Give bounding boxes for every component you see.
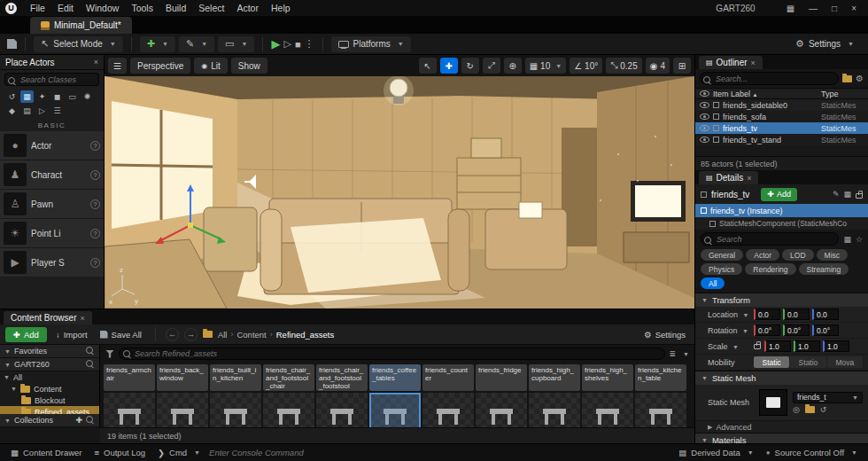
back-icon[interactable]: ← xyxy=(166,328,179,341)
transform-section-header[interactable]: ▼ Transform xyxy=(695,293,868,307)
type-column[interactable]: Type xyxy=(821,90,864,98)
dresser[interactable] xyxy=(457,158,521,209)
breadcrumb-item[interactable]: All xyxy=(218,330,228,340)
armchair-left[interactable] xyxy=(204,207,257,271)
place-actors-header[interactable]: Place Actors × xyxy=(0,55,104,70)
output-log-button[interactable]: ≡ Output Log xyxy=(91,448,150,457)
show-dropdown[interactable]: Show xyxy=(231,58,267,74)
category-icon[interactable]: ◆ xyxy=(5,105,19,117)
grid-snap-control[interactable]: ▦ 10 ▼ xyxy=(525,58,567,74)
tv-stand[interactable] xyxy=(624,232,689,262)
details-search-input[interactable] xyxy=(701,232,839,246)
asset-thumbnail[interactable] xyxy=(529,393,580,427)
filter-chip[interactable]: Actor xyxy=(746,249,779,261)
place-actor-item[interactable]: ☀ Point Li ? xyxy=(0,219,104,248)
asset-tile-label[interactable]: friends_kitchen_table xyxy=(635,364,686,391)
category-icon[interactable]: ✺ xyxy=(81,90,94,103)
add-collection-icon[interactable]: ✚ xyxy=(75,416,82,425)
camera-speed-control[interactable]: ◉ 4 xyxy=(646,58,670,74)
unreal-logo-icon[interactable]: U xyxy=(5,3,17,14)
blueprints-dropdown[interactable]: ✎ ▼ xyxy=(179,36,214,52)
menu-item[interactable]: File xyxy=(24,3,51,13)
cb-settings-dropdown[interactable]: ⚙ Settings xyxy=(640,330,689,340)
platforms-dropdown[interactable]: Platforms ▼ xyxy=(331,36,411,52)
location-label[interactable]: Location ▼ xyxy=(708,310,754,319)
axis-value-field[interactable]: 1.0 xyxy=(794,340,820,352)
viewport[interactable]: ☰ Perspective ◉Lit Show ↖ ✚ ↻ ⤢ ⊕ ▦ 10 ▼… xyxy=(105,55,694,309)
tree-item-content[interactable]: ▼ Content xyxy=(0,383,99,395)
asset-tile-label[interactable]: friends_high_shelves xyxy=(582,364,633,391)
favorites-header[interactable]: ▼ Favorites xyxy=(0,345,99,358)
asset-thumbnail[interactable] xyxy=(635,393,686,427)
asset-tile-label[interactable]: friends_built_in_kitchen xyxy=(210,364,261,391)
filter-chip[interactable]: All xyxy=(701,277,725,289)
category-icon[interactable]: ▤ xyxy=(20,105,34,117)
outliner-row[interactable]: friends_tv StaticMes xyxy=(695,122,868,134)
content-browser-tab[interactable]: Content Browser × xyxy=(4,311,92,324)
category-icon[interactable]: ✦ xyxy=(35,90,49,103)
rotation-snap-control[interactable]: ∠ 10° xyxy=(570,58,602,74)
content-drawer-button[interactable]: ▦ Content Drawer xyxy=(7,448,86,457)
asset-tile-label[interactable]: friends_counter xyxy=(422,364,474,391)
category-icon[interactable]: ▦ xyxy=(20,90,34,103)
lock-icon[interactable] xyxy=(856,193,863,199)
outliner-tab[interactable]: ▤ Outliner × xyxy=(699,56,763,69)
asset-tile-label[interactable]: friends_chair_and_footstool_footstool xyxy=(316,364,368,391)
visibility-eye-icon[interactable] xyxy=(700,125,709,131)
rotation-label[interactable]: Rotation ▼ xyxy=(708,326,754,335)
menu-item[interactable]: Window xyxy=(80,3,125,13)
asset-tile-label[interactable]: friends_armchair xyxy=(104,364,155,391)
info-icon[interactable]: ? xyxy=(90,170,100,180)
menu-item[interactable]: Help xyxy=(265,3,297,13)
mesh-thumbnail[interactable] xyxy=(759,389,787,416)
box-on-dresser[interactable] xyxy=(471,138,501,158)
asset-tile-label[interactable]: friends_fridge xyxy=(476,364,527,391)
cinematics-dropdown[interactable]: ▭ ▼ xyxy=(218,36,254,52)
category-icon[interactable]: ▭ xyxy=(66,90,79,103)
filter-chip[interactable]: Streaming xyxy=(799,263,849,275)
minimize-icon[interactable]: — xyxy=(802,4,824,13)
maximize-viewport-icon[interactable]: ⊞ xyxy=(673,58,691,74)
scale-label[interactable]: Scale ▼ xyxy=(708,342,754,351)
place-actor-item[interactable]: ♟ Charact ? xyxy=(0,160,104,190)
axis-value-field[interactable]: 0.0 xyxy=(812,309,839,320)
asset-tile-label[interactable]: friends_coffee_tables xyxy=(369,364,421,391)
gizmo-center[interactable] xyxy=(188,223,193,228)
forward-icon[interactable]: → xyxy=(184,328,198,341)
search-icon[interactable] xyxy=(86,347,95,356)
menu-item[interactable]: Tools xyxy=(125,3,159,13)
save-all-button[interactable]: Save All xyxy=(97,330,145,340)
asset-thumbnail[interactable] xyxy=(157,393,208,427)
folder-icon[interactable] xyxy=(842,75,852,82)
skip-frame-icon[interactable]: ▷ xyxy=(283,38,291,50)
place-actor-item[interactable]: ♙ Pawn ? xyxy=(0,190,104,219)
filter-chip[interactable]: Rendering xyxy=(745,263,795,275)
outliner-row[interactable]: friends_tv_stand StaticMes xyxy=(695,134,868,145)
asset-thumbnail[interactable] xyxy=(369,393,421,427)
viewport-options-menu[interactable]: ☰ xyxy=(108,58,127,74)
source-control-button[interactable]: ● Source Control Off ▼ xyxy=(763,448,861,457)
details-tab[interactable]: ▤ Details × xyxy=(699,171,758,184)
filter-chip[interactable]: Misc xyxy=(817,249,848,261)
play-icon[interactable]: ▶ xyxy=(271,37,280,51)
mobility-option[interactable]: Statio xyxy=(790,356,825,368)
light-bulb-gizmo[interactable] xyxy=(390,79,407,97)
search-icon[interactable] xyxy=(86,416,95,425)
component-row[interactable]: StaticMeshComponent (StaticMeshCo xyxy=(695,217,868,230)
gear-icon[interactable]: ⚙ xyxy=(856,74,864,83)
category-icon[interactable]: ◼ xyxy=(50,90,64,103)
outliner-row[interactable]: friends_sofa StaticMes xyxy=(695,111,868,122)
menu-item[interactable]: Build xyxy=(159,3,192,13)
visibility-column-eye-icon[interactable] xyxy=(700,90,709,97)
close-icon[interactable]: × xyxy=(94,58,98,66)
materials-section-header[interactable]: ▼ Materials xyxy=(695,433,868,443)
outliner-row[interactable]: friends_sidetable0 StaticMes xyxy=(695,99,868,111)
axis-value-field[interactable]: 0.0 xyxy=(783,309,810,320)
scale-lock-icon[interactable] xyxy=(754,344,761,349)
static-mesh-section-header[interactable]: ▼ Static Mesh xyxy=(695,371,868,385)
level-tab[interactable]: Minimal_Default* xyxy=(30,17,132,34)
asset-search-input[interactable] xyxy=(119,348,665,360)
world-space-icon[interactable]: ⊕ xyxy=(504,58,522,74)
browse-to-asset-icon[interactable] xyxy=(805,406,815,413)
close-icon[interactable]: × xyxy=(80,314,84,323)
